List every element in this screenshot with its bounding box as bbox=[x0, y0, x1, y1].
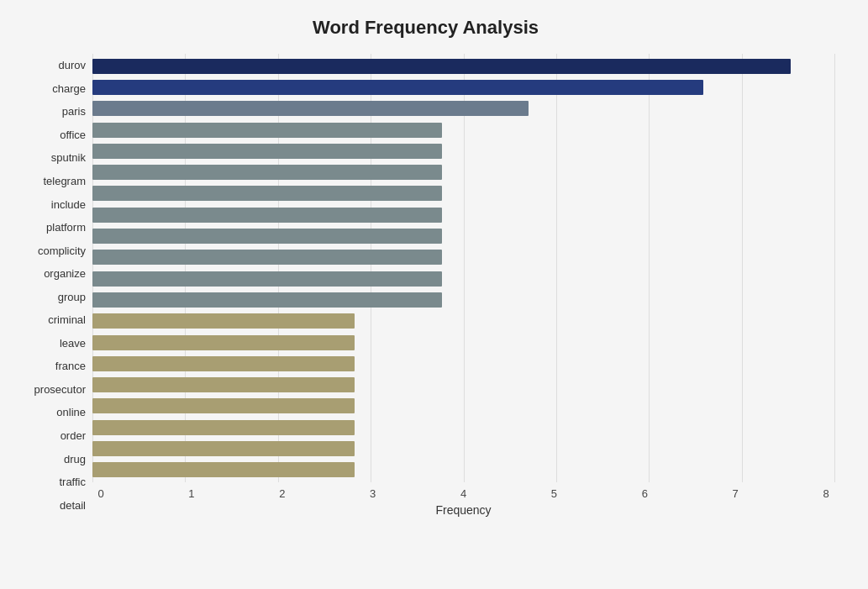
x-tick: 1 bbox=[183, 487, 200, 500]
y-axis-label: include bbox=[51, 195, 86, 213]
y-axis-label: france bbox=[55, 357, 86, 376]
y-axis-label: leave bbox=[60, 334, 86, 352]
bar-row bbox=[92, 334, 834, 351]
bar bbox=[92, 80, 703, 95]
grid-line bbox=[834, 54, 835, 482]
y-axis-labels: durovchargeparisofficesputniktelegraminc… bbox=[17, 54, 92, 517]
y-axis-label: office bbox=[60, 125, 86, 144]
bar bbox=[92, 356, 355, 371]
bar bbox=[92, 292, 442, 308]
grid-and-bars bbox=[92, 54, 834, 482]
y-axis-label: durov bbox=[58, 56, 86, 75]
x-tick: 7 bbox=[727, 487, 744, 500]
x-tick: 2 bbox=[274, 487, 291, 500]
y-axis-label: detail bbox=[60, 496, 86, 514]
y-axis-label: organize bbox=[44, 265, 86, 283]
y-axis-label: platform bbox=[46, 218, 86, 237]
bar-row bbox=[92, 143, 834, 160]
bar-row bbox=[92, 292, 834, 308]
bar-row bbox=[92, 419, 834, 436]
bar bbox=[92, 420, 355, 435]
bars-container bbox=[92, 54, 834, 482]
bar-row bbox=[92, 185, 834, 202]
bar bbox=[92, 398, 355, 413]
x-tick: 5 bbox=[545, 487, 562, 500]
bar-row bbox=[92, 249, 834, 266]
bar bbox=[92, 101, 529, 116]
bar-row bbox=[92, 313, 834, 329]
y-axis-label: criminal bbox=[48, 311, 86, 329]
bar-row bbox=[92, 355, 834, 372]
plot-area: 012345678 Frequency bbox=[92, 54, 834, 517]
x-tick: 6 bbox=[636, 487, 653, 500]
y-axis-label: online bbox=[56, 403, 86, 422]
x-tick: 3 bbox=[365, 487, 381, 500]
x-tick: 8 bbox=[818, 487, 834, 500]
bar bbox=[92, 377, 355, 392]
x-axis: 012345678 bbox=[92, 482, 834, 500]
y-axis-label: sputnik bbox=[51, 149, 86, 167]
y-axis-label: paris bbox=[62, 103, 86, 121]
y-axis-label: charge bbox=[52, 79, 86, 97]
bar-row bbox=[92, 397, 834, 414]
y-axis-label: group bbox=[58, 287, 86, 306]
y-axis-label: drug bbox=[64, 450, 86, 468]
y-axis-label: prosecutor bbox=[34, 380, 86, 398]
bar-row bbox=[92, 79, 834, 96]
chart-area: durovchargeparisofficesputniktelegraminc… bbox=[17, 54, 834, 517]
x-tick: 4 bbox=[455, 487, 472, 500]
bar bbox=[92, 313, 355, 329]
bar bbox=[92, 271, 442, 287]
bar-row bbox=[92, 228, 834, 245]
bar-row bbox=[92, 122, 834, 139]
bar-row bbox=[92, 58, 834, 75]
bar-row bbox=[92, 461, 834, 478]
bar bbox=[92, 441, 355, 456]
y-axis-label: telegram bbox=[43, 172, 86, 191]
y-axis-label: order bbox=[60, 427, 86, 445]
bar-row bbox=[92, 100, 834, 117]
bar bbox=[92, 335, 355, 350]
bar-row bbox=[92, 271, 834, 287]
bar bbox=[92, 229, 442, 244]
bar bbox=[92, 208, 442, 223]
bar bbox=[92, 144, 442, 159]
x-axis-label: Frequency bbox=[92, 503, 834, 517]
bar bbox=[92, 462, 355, 477]
bar bbox=[92, 123, 442, 138]
y-axis-label: complicity bbox=[38, 241, 86, 260]
chart-container: Word Frequency Analysis durovchargeparis… bbox=[0, 0, 868, 589]
bar-row bbox=[92, 164, 834, 181]
bar bbox=[92, 59, 791, 74]
bar-row bbox=[92, 376, 834, 393]
y-axis-label: traffic bbox=[59, 473, 86, 492]
bar-row bbox=[92, 440, 834, 457]
x-tick: 0 bbox=[92, 487, 109, 500]
bar bbox=[92, 250, 442, 265]
bar bbox=[92, 186, 442, 201]
bar-row bbox=[92, 207, 834, 224]
chart-title: Word Frequency Analysis bbox=[17, 17, 834, 39]
bar bbox=[92, 165, 442, 180]
